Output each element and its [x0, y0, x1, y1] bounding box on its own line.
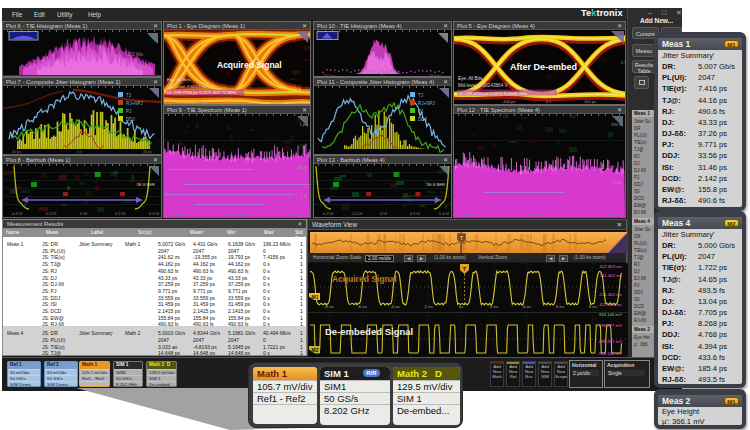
svg-text:1 GHz: 1 GHz: [605, 213, 616, 217]
svg-text:RJ+NPJ: RJ+NPJ: [126, 101, 143, 106]
svg-text:0 s: 0 s: [546, 99, 551, 104]
svg-text:Mid-level: 0.00243864 V: Mid-level: 0.00243864 V: [458, 83, 508, 88]
svg-text:-0.2 UI: -0.2 UI: [351, 212, 362, 216]
svg-text:500 MHz: 500 MHz: [230, 213, 245, 217]
svg-text:-518.146 mV: -518.146 mV: [597, 351, 622, 356]
svg-text:0.4 UI: 0.4 UI: [149, 212, 159, 216]
svg-text:PJ: PJ: [418, 109, 423, 114]
svg-text:TJ: TJ: [126, 93, 131, 98]
svg-text:1 MHz: 1 MHz: [170, 213, 181, 217]
svg-text:1E-8 BER: 1E-8 BER: [426, 182, 445, 187]
svg-text:-2 ns: -2 ns: [423, 304, 434, 309]
svg-text:-18 fs: -18 fs: [297, 165, 307, 170]
svg-text:6 ns: 6 ns: [556, 304, 565, 309]
svg-text:422.803 ms: 422.803 ms: [600, 264, 622, 269]
svg-text:1 MHz: 1 MHz: [460, 213, 471, 217]
svg-text:40 ps: 40 ps: [143, 150, 152, 154]
svg-text:-422.803 ms: -422.803 ms: [598, 302, 622, 307]
svg-text:298.377 mV: 298.377 mV: [599, 323, 622, 328]
svg-text:-6 ns: -6 ns: [357, 304, 368, 309]
svg-text:0.4 UI: 0.4 UI: [439, 212, 449, 216]
svg-text:De-embeded Signal: De-embeded Signal: [325, 326, 413, 337]
svg-text:Acquired Signal: Acquired Signal: [217, 60, 282, 70]
svg-text:M1: M1: [312, 294, 319, 300]
svg-text:UI: 199.7166 ps 0.01% 600: UI: 199.7166 ps 0.01% 600.70 MHz: [167, 90, 237, 95]
svg-text:-0.2 UI: -0.2 UI: [45, 212, 56, 216]
svg-text:TJ: TJ: [418, 93, 423, 98]
svg-text:-0.4 UI: -0.4 UI: [322, 212, 333, 216]
svg-text:318.146 mV: 318.146 mV: [599, 312, 622, 317]
svg-text:DDJ: DDJ: [126, 117, 135, 122]
svg-text:1 fs: 1 fs: [301, 193, 307, 198]
svg-text:PJ: PJ: [126, 109, 131, 114]
svg-text:0 UI: 0 UI: [80, 212, 87, 216]
svg-text:0.2 UI: 0.2 UI: [410, 212, 420, 216]
svg-text:-4 ns: -4 ns: [390, 304, 401, 309]
svg-text:Eye: All Bits: Eye: All Bits: [458, 76, 483, 81]
svg-text:0 s: 0 s: [77, 150, 82, 154]
svg-text:0.2 UI: 0.2 UI: [115, 212, 125, 216]
svg-text:211.402 ms: 211.402 ms: [600, 273, 622, 278]
svg-text:100 ps: 100 ps: [584, 99, 596, 104]
svg-text:500 MHz: 500 MHz: [531, 213, 546, 217]
svg-text:0 UI: 0 UI: [380, 212, 387, 216]
svg-text:Mid-level: 7.6243mV + 7...: Mid-level: 7.6243mV + 7...: [167, 84, 218, 89]
svg-text:0 V: 0 V: [621, 60, 626, 65]
svg-text:After De-embed: After De-embed: [510, 62, 577, 72]
svg-text:UI: 199.9750 ps 0.01% 5.0: UI: 199.9750 ps 0.01% 5.0006 GHz: [458, 91, 527, 96]
svg-text:Eye: All Bits: Eye: All Bits: [167, 77, 191, 82]
svg-text:-0.4 UI: -0.4 UI: [11, 212, 22, 216]
svg-text:DDJ: DDJ: [418, 117, 427, 122]
svg-text:-40 ps: -40 ps: [11, 150, 21, 154]
svg-text:1.0 fs: 1.0 fs: [612, 180, 622, 185]
svg-text:8 ns: 8 ns: [589, 304, 598, 309]
svg-text:-100 ps: -100 ps: [502, 99, 515, 104]
svg-text:-211.402 ms: -211.402 ms: [598, 292, 622, 297]
svg-text:200 hits: 200 hits: [127, 52, 144, 57]
svg-text:M2: M2: [312, 347, 319, 353]
svg-text:1 GHz: 1 GHz: [290, 213, 301, 217]
svg-text:RJ+NPJ: RJ+NPJ: [418, 101, 435, 106]
svg-text:4 ns: 4 ns: [523, 304, 532, 309]
svg-text:Acquired Signal: Acquired Signal: [332, 274, 397, 284]
svg-text:1E-8 BER: 1E-8 BER: [136, 182, 155, 187]
svg-text:-298.377 mV: -298.377 mV: [597, 339, 622, 344]
